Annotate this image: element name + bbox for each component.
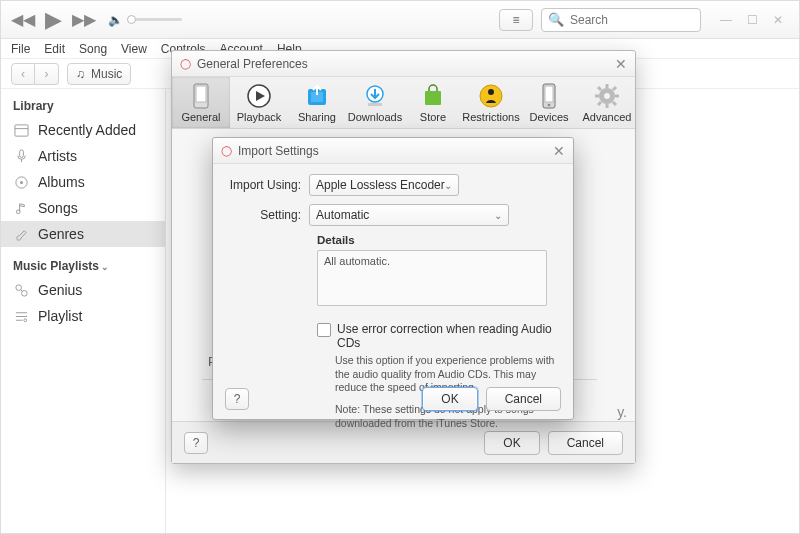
list-icon: ≡ <box>512 13 519 27</box>
playback-controls: ◀◀ ▶ ▶▶ <box>11 7 96 33</box>
window-maximize-button[interactable]: ☐ <box>741 12 763 28</box>
previous-track-button[interactable]: ◀◀ <box>11 10 35 29</box>
recently-added-icon <box>13 123 29 138</box>
sidebar-item-artists[interactable]: Artists <box>1 143 165 169</box>
svg-point-6 <box>16 209 20 213</box>
gear-icon <box>594 83 620 109</box>
media-picker-music[interactable]: ♫ Music <box>67 63 131 85</box>
sidebar-item-label: Genres <box>38 226 84 242</box>
sidebar-item-genres[interactable]: Genres <box>1 221 165 247</box>
dialog-titlebar[interactable]: ◯ Import Settings ✕ <box>213 138 573 164</box>
help-button[interactable]: ? <box>225 388 249 410</box>
sidebar-item-playlist[interactable]: Playlist <box>1 303 165 329</box>
sidebar-item-recently-added[interactable]: Recently Added <box>1 117 165 143</box>
play-button[interactable]: ▶ <box>45 7 62 33</box>
playback-icon <box>246 83 272 109</box>
music-note-icon: ♫ <box>76 67 85 81</box>
window-minimize-button[interactable]: — <box>715 12 737 28</box>
svg-point-13 <box>23 318 26 321</box>
sidebar-header-library: Library <box>1 95 165 117</box>
svg-rect-26 <box>545 86 553 102</box>
svg-point-24 <box>488 89 494 95</box>
dialog-titlebar[interactable]: ◯ General Preferences ✕ <box>172 51 635 77</box>
cancel-button[interactable]: Cancel <box>548 431 623 455</box>
devices-icon <box>536 83 562 109</box>
itunes-icon: ◯ <box>221 145 232 156</box>
setting-dropdown[interactable]: Automatic ⌄ <box>309 204 509 226</box>
tab-playback[interactable]: Playback <box>230 77 288 128</box>
svg-point-27 <box>548 103 551 106</box>
svg-line-36 <box>598 102 601 105</box>
nav-forward-button[interactable]: › <box>35 63 59 85</box>
chevron-down-icon: ⌄ <box>101 262 109 272</box>
import-settings-footer: ? OK Cancel <box>213 379 573 419</box>
details-text: All automatic. <box>324 255 390 267</box>
sidebar-header-playlists[interactable]: Music Playlists⌄ <box>1 255 165 277</box>
now-playing-lcd <box>320 6 480 34</box>
ok-button[interactable]: OK <box>484 431 539 455</box>
menu-view[interactable]: View <box>121 42 147 56</box>
menu-edit[interactable]: Edit <box>44 42 65 56</box>
music-note-icon <box>13 201 29 216</box>
sidebar-item-albums[interactable]: Albums <box>1 169 165 195</box>
list-view-button[interactable]: ≡ <box>499 9 533 31</box>
svg-rect-21 <box>368 103 382 106</box>
import-using-dropdown[interactable]: Apple Lossless Encoder ⌄ <box>309 174 459 196</box>
menu-file[interactable]: File <box>11 42 30 56</box>
dropdown-value: Automatic <box>316 208 369 222</box>
menu-song[interactable]: Song <box>79 42 107 56</box>
cancel-button[interactable]: Cancel <box>486 387 561 411</box>
sidebar-item-songs[interactable]: Songs <box>1 195 165 221</box>
next-track-button[interactable]: ▶▶ <box>72 10 96 29</box>
microphone-icon <box>13 149 29 164</box>
playlist-icon <box>13 309 29 324</box>
svg-line-34 <box>598 87 601 90</box>
downloads-icon <box>362 83 388 109</box>
svg-point-29 <box>604 93 610 99</box>
svg-line-35 <box>613 102 616 105</box>
media-picker-label: Music <box>91 67 122 81</box>
chevron-down-icon: ⌄ <box>444 180 452 191</box>
setting-label: Setting: <box>229 208 309 222</box>
genius-icon <box>13 283 29 298</box>
error-correction-checkbox[interactable] <box>317 323 331 337</box>
store-icon <box>420 83 446 109</box>
svg-point-23 <box>480 85 502 107</box>
svg-rect-15 <box>196 86 206 102</box>
tab-advanced[interactable]: Advanced <box>578 77 636 128</box>
dialog-close-button[interactable]: ✕ <box>553 143 565 159</box>
error-correction-label[interactable]: Use error correction when reading Audio … <box>337 322 557 350</box>
nav-back-button[interactable]: ‹ <box>11 63 35 85</box>
tab-devices[interactable]: Devices <box>520 77 578 128</box>
tab-general[interactable]: General <box>172 77 230 128</box>
volume-slider[interactable]: 🔈 <box>108 13 182 27</box>
search-field[interactable] <box>568 12 694 28</box>
svg-rect-2 <box>19 149 23 157</box>
tab-sharing[interactable]: Sharing <box>288 77 346 128</box>
search-input[interactable]: 🔍 <box>541 8 701 32</box>
dialog-title: General Preferences <box>197 57 308 71</box>
window-close-button[interactable]: ✕ <box>767 12 789 28</box>
chevron-down-icon: ⌄ <box>494 210 502 221</box>
sidebar-item-label: Genius <box>38 282 82 298</box>
sidebar-item-label: Songs <box>38 200 78 216</box>
sidebar-item-genius[interactable]: Genius <box>1 277 165 303</box>
tab-store[interactable]: Store <box>404 77 462 128</box>
volume-icon: 🔈 <box>108 13 123 27</box>
search-icon: 🔍 <box>548 12 564 27</box>
help-button[interactable]: ? <box>184 432 208 454</box>
sidebar-item-label: Playlist <box>38 308 82 324</box>
tab-downloads[interactable]: Downloads <box>346 77 404 128</box>
svg-line-37 <box>613 87 616 90</box>
sidebar-item-label: Albums <box>38 174 85 190</box>
guitar-icon <box>13 227 29 242</box>
ok-button[interactable]: OK <box>422 387 477 411</box>
general-icon <box>188 83 214 109</box>
import-settings-dialog: ◯ Import Settings ✕ Import Using: Apple … <box>212 137 574 420</box>
tab-restrictions[interactable]: Restrictions <box>462 77 520 128</box>
details-box: All automatic. <box>317 250 547 306</box>
svg-rect-22 <box>425 91 441 105</box>
svg-rect-0 <box>14 124 27 135</box>
dialog-close-button[interactable]: ✕ <box>615 56 627 72</box>
svg-point-5 <box>20 181 23 184</box>
